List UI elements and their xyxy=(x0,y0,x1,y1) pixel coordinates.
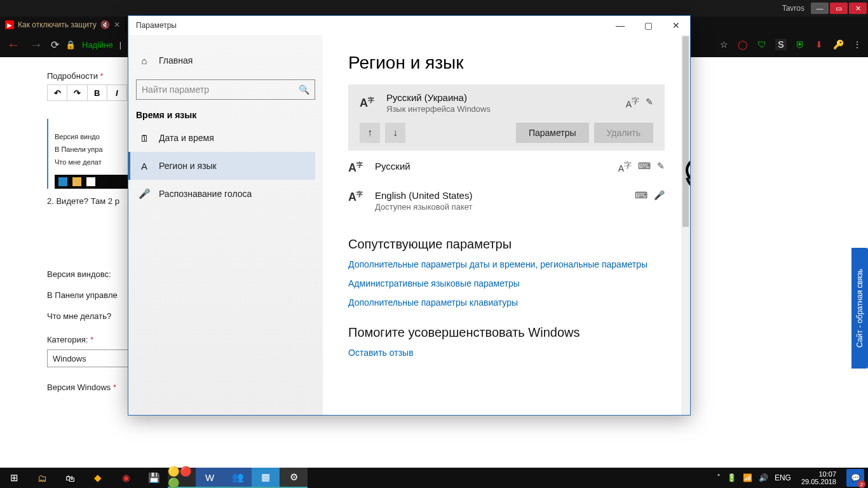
tray-chevron-up-icon[interactable]: ˄ xyxy=(717,473,721,482)
category-label: Категория: xyxy=(47,335,88,344)
tray-clock[interactable]: 10:07 29.05.2018 xyxy=(797,470,840,485)
settings-nav-1[interactable]: AРегион и язык xyxy=(128,152,315,180)
redo-button[interactable]: ↷ xyxy=(67,85,87,100)
tray-wifi-icon[interactable]: 📶 xyxy=(743,473,752,482)
browser-minimize-button[interactable]: — xyxy=(811,3,829,14)
task-word[interactable]: W xyxy=(196,468,224,488)
tab-mute-icon[interactable]: 🔇 xyxy=(100,20,110,29)
handwriting-icon: ✎ xyxy=(657,161,665,173)
star-icon[interactable]: ☆ xyxy=(718,39,729,50)
task-settings[interactable]: ⚙ xyxy=(280,468,308,488)
feedback-link[interactable]: Оставить отзыв xyxy=(348,348,665,358)
related-link-2[interactable]: Административные языковые параметры xyxy=(348,278,665,288)
lock-icon: 🔒 xyxy=(65,40,76,50)
nav-icon: A xyxy=(139,161,150,172)
language-card-ru[interactable]: A字 Русский A字 ⌨ ✎ xyxy=(348,153,665,182)
settings-home[interactable]: ⌂ Главная xyxy=(136,46,315,74)
win-version-label: Версия Windows xyxy=(47,383,111,392)
display-lang-icon: A字 xyxy=(626,97,639,109)
related-header: Сопутствующие параметры xyxy=(348,237,665,252)
tray-battery-icon[interactable]: 🔋 xyxy=(727,473,736,482)
browser-tab-0[interactable]: ▶Как отключить защиту🔇✕ xyxy=(0,17,126,33)
ext-box-icon[interactable]: S xyxy=(775,39,787,50)
move-up-button[interactable]: ↑ xyxy=(360,123,380,143)
settings-window-title: Параметры xyxy=(136,21,177,30)
site-feedback-tab[interactable]: Сайт - обратная связь xyxy=(851,248,868,369)
display-lang-icon: A字 xyxy=(618,161,632,173)
bold-button[interactable]: B xyxy=(88,85,107,100)
nav-icon: 🎤 xyxy=(139,188,150,200)
task-tile[interactable]: ▦ xyxy=(252,468,280,488)
settings-scrollbar[interactable] xyxy=(681,35,690,415)
nav-forward-button[interactable]: → xyxy=(28,36,44,53)
settings-maximize-button[interactable]: ▢ xyxy=(634,16,662,35)
keyboard-icon: ⌨ xyxy=(635,190,648,200)
language-card-ru-ua[interactable]: A字 Русский (Украина) Язык интерфейса Win… xyxy=(348,85,665,151)
settings-page-title: Регион и язык xyxy=(348,53,665,73)
nav-icon: 🗓 xyxy=(139,133,150,144)
settings-nav-2[interactable]: 🎤Распознавание голоса xyxy=(136,180,315,208)
ext-opera-icon[interactable]: ◯ xyxy=(737,39,749,50)
tab-close-button[interactable]: ✕ xyxy=(114,20,120,29)
handwriting-icon: ✎ xyxy=(646,97,653,109)
reload-button[interactable]: ⟳ xyxy=(51,39,59,51)
secure-label: Надійне xyxy=(82,40,113,50)
related-link-3[interactable]: Дополнительные параметры клавиатуры xyxy=(348,297,665,308)
language-options-button[interactable]: Параметры xyxy=(516,123,589,143)
settings-search-input[interactable]: Найти параметр 🔍 xyxy=(136,79,315,100)
task-save[interactable]: 💾 xyxy=(140,468,168,488)
tray-notifications[interactable]: 💬2 xyxy=(846,469,864,487)
task-people[interactable]: 👥 xyxy=(224,468,252,488)
language-remove-button: Удалить xyxy=(594,123,653,143)
ext-adblock-icon[interactable]: ⛨ xyxy=(794,39,806,50)
tray-volume-icon[interactable]: 🔊 xyxy=(759,473,768,482)
undo-button[interactable]: ↶ xyxy=(48,85,67,100)
language-glyph-icon: A字 xyxy=(348,161,366,175)
task-red[interactable]: ◉ xyxy=(112,468,140,488)
browser-menu-button[interactable]: ⋮ xyxy=(851,39,863,50)
language-glyph-icon: A字 xyxy=(360,96,377,110)
os-user-label: Tavros xyxy=(776,4,811,13)
ext-shield-icon[interactable]: 🛡 xyxy=(756,39,768,50)
search-icon: 🔍 xyxy=(299,85,309,95)
settings-nav-0[interactable]: 🗓Дата и время xyxy=(136,124,315,152)
settings-close-button[interactable]: ✕ xyxy=(662,16,690,35)
tab-label: Как отключить защиту xyxy=(18,20,97,29)
ext-dl-icon[interactable]: ⬇ xyxy=(813,39,825,50)
move-down-button[interactable]: ↓ xyxy=(385,123,405,143)
task-chrome[interactable]: 🟡🔴🟢 xyxy=(168,468,196,488)
settings-window: Параметры — ▢ ✕ ⌂ Главная Найти параметр… xyxy=(128,15,691,416)
editor-toolbar: ↶ ↷ B I xyxy=(47,85,127,101)
related-link-1[interactable]: Дополнительные параметры даты и времени,… xyxy=(348,259,665,269)
windows-taskbar: ⊞ 🗂 🛍 ◆ ◉ 💾 🟡🔴🟢 W 👥 ▦ ⚙ ˄ 🔋 📶 🔊 ENG 10:0… xyxy=(0,468,868,488)
task-store[interactable]: 🛍 xyxy=(56,468,84,488)
details-label: Подробности xyxy=(47,71,98,81)
browser-maximize-button[interactable]: ▭ xyxy=(830,3,848,14)
settings-group-header: Время и язык xyxy=(136,110,315,120)
task-explorer[interactable]: 🗂 xyxy=(28,468,56,488)
search-placeholder: Найти параметр xyxy=(142,85,209,95)
nav-back-button[interactable]: ← xyxy=(5,36,22,53)
speech-icon: 🎤 xyxy=(654,190,665,200)
home-icon: ⌂ xyxy=(139,55,150,66)
tray-language[interactable]: ENG xyxy=(775,473,791,482)
language-glyph-icon: A字 xyxy=(348,190,366,204)
start-button[interactable]: ⊞ xyxy=(0,468,28,488)
embedded-taskbar-thumb xyxy=(55,175,135,189)
editor-preview: Версия виндо В Панели упра Что мне делат xyxy=(47,119,130,189)
ext-key-icon[interactable]: 🔑 xyxy=(832,39,844,50)
tab-favicon: ▶ xyxy=(5,20,14,29)
task-yellow[interactable]: ◆ xyxy=(84,468,112,488)
browser-close-button[interactable]: ✕ xyxy=(849,3,867,14)
language-card-en-us[interactable]: A字 English (United States) Доступен язык… xyxy=(348,182,665,219)
keyboard-icon: ⌨ xyxy=(638,161,651,173)
italic-button[interactable]: I xyxy=(107,85,126,100)
settings-minimize-button[interactable]: — xyxy=(606,16,634,35)
feedback-header: Помогите усовершенствовать Windows xyxy=(348,325,665,340)
